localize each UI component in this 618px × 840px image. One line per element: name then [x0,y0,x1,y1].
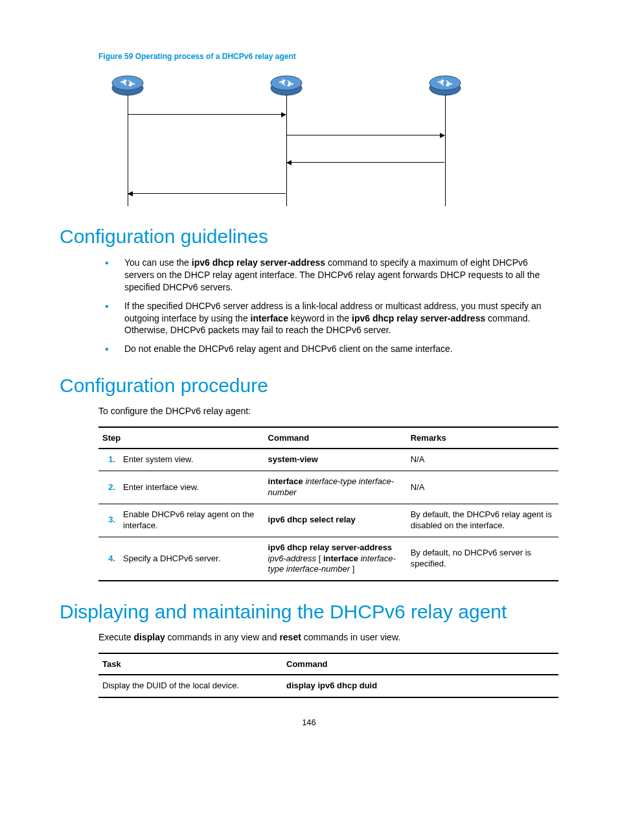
step-remarks: N/A [407,449,558,471]
cmd-text: [ [316,554,323,563]
text-bold: reset [279,632,301,642]
text-bold: display [133,632,165,642]
svg-point-1 [112,76,143,90]
list-item: If the specified DHCPv6 server address i… [105,300,558,337]
step-remarks: By default, the DHCPv6 relay agent is di… [407,504,558,537]
text: commands in any view and [165,632,280,642]
text-bold: ipv6 dhcp relay server-address [352,313,485,323]
cmd-bold: ipv6 dhcp select relay [268,515,356,524]
task-desc: Display the DUID of the local device. [98,675,282,697]
router-icon [111,74,144,96]
cmd-text: ] [350,564,354,574]
col-remarks: Remarks [407,427,558,449]
heading-display: Displaying and maintaining the DHCPv6 re… [60,601,558,623]
table-row: 1. Enter system view. system-view N/A [98,449,558,471]
display-intro: Execute display commands in any view and… [98,632,558,642]
procedure-table: Step Command Remarks 1. Enter system vie… [98,426,558,581]
svg-point-3 [271,76,302,90]
step-number: 3. [98,504,119,537]
router-icon [270,74,303,96]
step-desc: Enable DHCPv6 relay agent on the interfa… [119,504,264,537]
table-row: 3. Enable DHCPv6 relay agent on the inte… [98,504,558,537]
table-row: 2. Enter interface view. interface inter… [98,471,558,504]
cmd-italic: ipv6-address [268,554,316,563]
relay-diagram [111,74,461,206]
heading-guidelines: Configuration guidelines [60,226,558,248]
step-number: 1. [98,449,119,471]
step-command: interface interface-type interface-numbe… [264,471,407,504]
page-number: 146 [60,718,558,727]
list-item: You can use the ipv6 dhcp relay server-a… [105,257,558,294]
step-desc: Enter interface view. [119,471,264,504]
cmd-bold: ipv6 dhcp relay server-address [268,542,393,552]
step-command: ipv6 dhcp relay server-address ipv6-addr… [264,537,407,581]
text-bold: ipv6 dhcp relay server-address [192,257,325,268]
col-step: Step [98,427,264,449]
svg-point-5 [429,76,461,90]
task-table: Task Command Display the DUID of the loc… [98,653,558,698]
step-command: ipv6 dhcp select relay [264,504,407,537]
heading-procedure: Configuration procedure [60,375,558,397]
procedure-intro: To configure the DHCPv6 relay agent: [98,406,558,416]
cmd-bold: interface [323,554,358,563]
text: keyword in the [288,313,352,323]
step-number: 2. [98,471,119,504]
text: commands in user view. [301,632,400,642]
col-task: Task [98,653,282,675]
router-icon [429,74,461,96]
text: You can use the [124,257,192,268]
step-command: system-view [264,449,407,471]
table-row: Display the DUID of the local device. di… [98,675,558,697]
step-number: 4. [98,537,119,581]
cmd-bold: system-view [268,454,318,464]
figure-caption: Figure 59 Operating process of a DHCPv6 … [98,52,558,61]
step-remarks: By default, no DHCPv6 server is specifie… [407,537,558,581]
col-command: Command [282,653,558,675]
text-bold: interface [251,313,288,323]
table-row: 4. Specify a DHCPv6 server. ipv6 dhcp re… [98,537,558,581]
guidelines-list: You can use the ipv6 dhcp relay server-a… [60,257,558,355]
col-command: Command [264,427,407,449]
text: Do not enable the DHCPv6 relay agent and… [124,344,453,354]
text: Execute [98,632,133,642]
cmd-bold: display ipv6 dhcp duid [286,681,377,690]
step-desc: Specify a DHCPv6 server. [119,537,264,581]
list-item: Do not enable the DHCPv6 relay agent and… [105,343,558,355]
task-command: display ipv6 dhcp duid [282,675,558,697]
cmd-bold: interface [268,476,303,486]
step-desc: Enter system view. [119,449,264,471]
step-remarks: N/A [407,471,558,504]
